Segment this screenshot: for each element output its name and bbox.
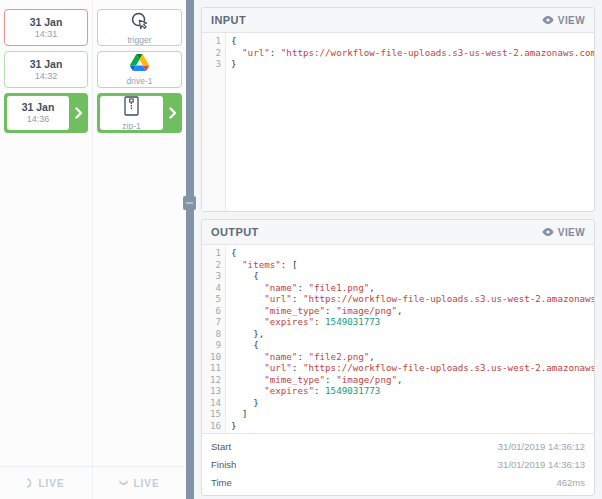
code-line: "expires": 1549031773	[231, 316, 594, 328]
chevron-right-icon	[69, 93, 88, 133]
line-number: 7	[202, 316, 225, 328]
input-panel: INPUT VIEW 123 { "url": "https://workflo…	[201, 7, 595, 212]
live-label: LIVE	[38, 478, 64, 489]
line-number: 15	[202, 408, 225, 420]
output-view-button[interactable]: VIEW	[542, 227, 585, 238]
click-trigger-icon	[130, 11, 149, 34]
line-number: 1	[202, 35, 225, 47]
step-trigger[interactable]: trigger	[97, 9, 182, 46]
timing-label: Start	[211, 441, 231, 452]
execution-item-1431[interactable]: 31 Jan 14:31	[4, 9, 88, 46]
line-number-gutter: 12345678910111213141516	[202, 245, 226, 433]
line-number: 9	[202, 339, 225, 351]
line-number: 2	[202, 259, 225, 271]
executions-live-toggle[interactable]: LIVE	[0, 467, 93, 499]
line-number: 5	[202, 293, 225, 305]
step-card-body: zip-1	[100, 96, 163, 130]
output-panel-title: OUTPUT	[211, 226, 259, 238]
code-line: "mime_type": "image/png",	[231, 305, 594, 317]
code-line: {	[231, 247, 594, 259]
code-line: "items": [	[231, 259, 594, 271]
live-stream-icon	[27, 478, 33, 488]
step-label: zip-1	[122, 121, 140, 131]
execution-time: 14:31	[35, 29, 58, 40]
execution-item-1436-selected[interactable]: 31 Jan 14:36	[4, 93, 88, 133]
timing-row-start: Start 31/01/2019 14:36:12	[202, 437, 594, 455]
code-line: "url": "https://workflow-file-uploads.s3…	[231, 293, 594, 305]
timing-row-finish: Finish 31/01/2019 14:36:13	[202, 455, 594, 473]
google-drive-icon	[130, 54, 149, 75]
code-lines: { "items": [ { "name": "file1.png", "url…	[227, 245, 594, 433]
code-line: {	[231, 270, 594, 282]
code-line: },	[231, 328, 594, 340]
line-number: 1	[202, 247, 225, 259]
line-number: 11	[202, 362, 225, 374]
execution-time: 14:36	[27, 114, 50, 125]
execution-date: 31 Jan	[30, 16, 63, 29]
execution-card-body: 31 Jan 14:36	[7, 96, 69, 130]
timing-value: 31/01/2019 14:36:12	[498, 441, 585, 452]
line-number-gutter: 123	[202, 33, 226, 211]
execution-time: 14:32	[35, 71, 58, 82]
line-number: 12	[202, 374, 225, 386]
execution-sidebar: 31 Jan 14:31 31 Jan 14:32 31 Jan 14:36	[0, 0, 186, 499]
chevron-right-icon	[163, 93, 182, 133]
timing-value: 31/01/2019 14:36:13	[498, 459, 585, 470]
code-line: }	[231, 420, 594, 432]
line-number: 3	[202, 270, 225, 282]
line-number: 13	[202, 385, 225, 397]
output-panel: OUTPUT VIEW 12345678910111213141516 { "i…	[201, 219, 595, 496]
timing-row-time: Time 462ms	[202, 473, 594, 491]
code-line: "name": "file1.png",	[231, 282, 594, 294]
step-zip-1-selected[interactable]: zip-1	[97, 93, 182, 133]
code-line: }	[231, 397, 594, 409]
step-drive-1[interactable]: drive-1	[97, 51, 182, 88]
code-line: ]	[231, 408, 594, 420]
output-code-editor[interactable]: 12345678910111213141516 { "items": [ { "…	[202, 245, 594, 433]
steps-column: trigger drive-1	[93, 0, 186, 499]
code-line: "mime_type": "image/png",	[231, 374, 594, 386]
line-number: 6	[202, 305, 225, 317]
line-number: 10	[202, 351, 225, 363]
live-toggle-row: LIVE LIVE	[0, 466, 186, 499]
code-line: "expires": 1549031773	[231, 385, 594, 397]
code-line: {	[231, 35, 594, 47]
line-number: 2	[202, 47, 225, 59]
inspector-main: INPUT VIEW 123 { "url": "https://workflo…	[194, 0, 602, 499]
code-line: "url": "https://workflow-file-uploads.s3…	[231, 47, 594, 59]
code-line: "name": "file2.png",	[231, 351, 594, 363]
live-follow-icon	[119, 480, 128, 486]
execution-timing-footer: Start 31/01/2019 14:36:12 Finish 31/01/2…	[202, 433, 594, 495]
view-label: VIEW	[558, 227, 585, 238]
eye-icon	[542, 16, 554, 24]
input-code-editor[interactable]: 123 { "url": "https://workflow-file-uplo…	[202, 33, 594, 211]
live-label: LIVE	[133, 478, 159, 489]
line-number: 4	[202, 282, 225, 294]
steps-live-toggle[interactable]: LIVE	[93, 467, 186, 499]
step-label: drive-1	[127, 76, 153, 86]
timing-value: 462ms	[556, 477, 585, 488]
timing-label: Finish	[211, 459, 236, 470]
execution-date: 31 Jan	[30, 58, 63, 71]
panel-resize-splitter[interactable]	[186, 0, 194, 499]
line-number: 16	[202, 420, 225, 432]
code-line: "url": "https://workflow-file-uploads.s3…	[231, 362, 594, 374]
line-number: 3	[202, 58, 225, 70]
input-view-button[interactable]: VIEW	[542, 15, 585, 26]
eye-icon	[542, 228, 554, 236]
code-line: {	[231, 339, 594, 351]
view-label: VIEW	[558, 15, 585, 26]
execution-item-1432[interactable]: 31 Jan 14:32	[4, 51, 88, 88]
input-panel-title: INPUT	[211, 14, 246, 26]
executions-column: 31 Jan 14:31 31 Jan 14:32 31 Jan 14:36	[0, 0, 93, 499]
execution-date: 31 Jan	[22, 101, 55, 114]
code-lines: { "url": "https://workflow-file-uploads.…	[227, 33, 594, 72]
timing-label: Time	[211, 477, 232, 488]
step-label: trigger	[127, 35, 151, 45]
output-panel-header: OUTPUT VIEW	[202, 220, 594, 245]
splitter-drag-handle[interactable]	[183, 196, 196, 210]
code-line: }	[231, 58, 594, 70]
line-number: 8	[202, 328, 225, 340]
line-number: 14	[202, 397, 225, 409]
input-panel-header: INPUT VIEW	[202, 8, 594, 33]
